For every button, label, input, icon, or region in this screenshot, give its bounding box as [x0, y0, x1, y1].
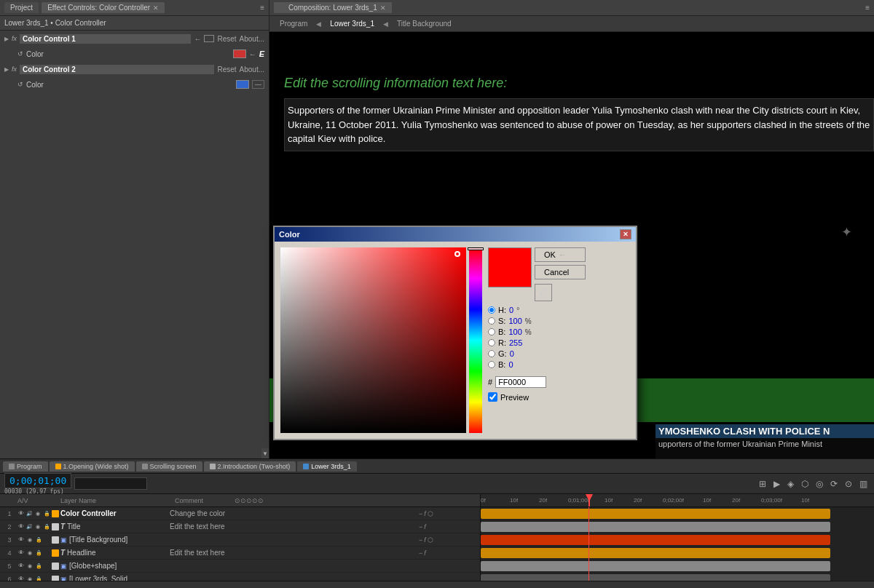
eyedropper-button[interactable]: 🖍	[535, 284, 552, 301]
tab-scrolling[interactable]: Scrolling screen	[136, 461, 202, 472]
tab-label-intro: 2.Introduction (Two-shot)	[218, 463, 291, 470]
hue-value: 0	[509, 306, 513, 314]
lock-icon-5[interactable]: 🔒	[35, 563, 42, 570]
minus-btn[interactable]: —	[252, 80, 264, 89]
effect-controls-scroll[interactable]: ▶ fx Color Control 1 ← Reset About... ↺ …	[0, 31, 269, 458]
hex-input[interactable]	[495, 376, 546, 388]
effect-btn-3[interactable]: f	[424, 536, 426, 544]
solo-btn-4[interactable]: −	[419, 549, 422, 557]
r-radio-row: R: 255	[488, 338, 619, 347]
r-radio[interactable]	[488, 339, 495, 346]
reset-btn-2[interactable]: Reset	[217, 65, 236, 74]
audio-icon-1[interactable]: 🔊	[26, 510, 34, 517]
color-gradient-picker[interactable]	[280, 247, 466, 433]
color-swatch-1[interactable]	[233, 49, 246, 58]
comp-tab-1[interactable]: Composition: Lower 3rds_1 ✕	[274, 2, 392, 13]
effect-controls-panel: Project Effect Controls: Color Controlle…	[0, 0, 269, 458]
expand-icon-2[interactable]: ▶	[4, 66, 9, 73]
audio-icon-2[interactable]: 🔊	[26, 523, 34, 531]
tab-introduction[interactable]: 2.Introduction (Two-shot)	[204, 461, 296, 472]
layer-row-3[interactable]: 3 👁 ◉ 🔒 ▣ [Title Background] − f ⬡	[0, 533, 480, 547]
eye-icon-2[interactable]: 👁	[17, 523, 25, 531]
expand-icon[interactable]: ▶	[4, 36, 9, 42]
tab-dot-scrolling	[142, 464, 148, 469]
preview-checkbox[interactable]	[488, 392, 497, 402]
lock-icon-3[interactable]: 🔒	[35, 536, 42, 544]
tab-lower3rds[interactable]: Lower 3rds_1	[297, 461, 357, 472]
lock-icon-4[interactable]: 🔒	[35, 549, 42, 557]
toggle-icon-1[interactable]: ◈	[785, 477, 796, 490]
bri-radio[interactable]	[488, 328, 495, 335]
color-swatch-2[interactable]	[236, 80, 249, 89]
about-btn-2[interactable]: About...	[240, 65, 264, 74]
toggle-icon-5[interactable]: ⊙	[843, 477, 854, 490]
cancel-button[interactable]: Cancel	[535, 265, 586, 279]
eye-icon-6[interactable]: 👁	[17, 576, 25, 581]
toggle-icon-4[interactable]: ⟳	[828, 477, 840, 490]
layer-comment-2: Edit the text here	[170, 523, 417, 531]
panel-menu-icon[interactable]: ≡	[260, 4, 264, 12]
effect-controls-tab[interactable]: Effect Controls: Color Controller ✕	[42, 2, 165, 13]
about-btn-1[interactable]: About...	[240, 35, 264, 43]
3d-btn-1[interactable]: ⬡	[428, 510, 433, 517]
solo-btn-3[interactable]: −	[419, 536, 422, 544]
solo-icon-6[interactable]: ◉	[26, 576, 34, 581]
sat-radio-row: S: 100 %	[488, 317, 619, 325]
T-icon-2: T	[60, 523, 65, 531]
layer-row-2[interactable]: 2 👁 🔊 ◉ 🔒 T Title Edit the text here − f	[0, 520, 480, 533]
toggle-icon-2[interactable]: ⬡	[799, 477, 811, 490]
eye-icon-4[interactable]: 👁	[17, 549, 25, 557]
effect-btn-4[interactable]: f	[424, 549, 426, 557]
bottom-scrollbar[interactable]	[0, 581, 874, 588]
color-control-2-label: Color Control 2	[20, 65, 214, 74]
layer-row-5[interactable]: 5 👁 ◉ 🔒 ▣ [Globe+shape]	[0, 560, 480, 573]
effect-btn-2[interactable]: f	[424, 523, 426, 531]
lock-icon-6[interactable]: 🔒	[35, 576, 42, 581]
gradient-dark-overlay	[280, 247, 466, 433]
layer-row-6[interactable]: 6 👁 ◉ 🔒 ▣ [Lower 3rds_Solid_	[0, 573, 480, 581]
comp-nav-program[interactable]: Program	[274, 20, 313, 28]
reset-btn-1[interactable]: Reset	[217, 35, 236, 43]
layer-vis-4: 👁 ◉ 🔒	[17, 549, 50, 557]
lock-icon-2[interactable]: 🔒	[43, 523, 50, 531]
project-tab[interactable]: Project	[4, 2, 39, 13]
dialog-close-button[interactable]: ✕	[620, 229, 631, 239]
layer-row-4[interactable]: 4 👁 ◉ 🔒 T Headline Edit the text here − …	[0, 547, 480, 560]
render-icon[interactable]: ▶	[771, 477, 782, 490]
solo-btn-2[interactable]: −	[419, 523, 422, 531]
solo-icon-2[interactable]: ◉	[35, 523, 42, 531]
sat-radio[interactable]	[488, 317, 495, 325]
solo-icon-5[interactable]: ◉	[26, 563, 34, 570]
comp-nav-titlebg[interactable]: Title Background	[391, 20, 457, 28]
b-radio[interactable]	[488, 361, 495, 368]
solo-btn-1[interactable]: −	[419, 510, 422, 517]
color-hue-bar[interactable]	[469, 247, 482, 433]
ok-button[interactable]: OK ←	[535, 247, 586, 262]
toggle-icon-6[interactable]: ▥	[857, 477, 870, 490]
g-radio[interactable]	[488, 350, 495, 357]
solo-icon-4[interactable]: ◉	[26, 549, 34, 557]
search-input[interactable]	[74, 477, 147, 490]
eye-icon-1[interactable]: 👁	[17, 510, 25, 517]
solo-icon-3[interactable]: ◉	[26, 536, 34, 544]
layer-row-1[interactable]: 1 👁 🔊 ◉ 🔒 Color Controller Change the co…	[0, 507, 480, 520]
scroll-down-btn[interactable]: ▼	[261, 448, 269, 458]
comp-close-icon[interactable]: ✕	[380, 4, 386, 12]
comp-options-icon[interactable]: ⊞	[757, 477, 768, 490]
lock-icon-1[interactable]: 🔒	[43, 510, 50, 517]
eye-icon-5[interactable]: 👁	[17, 563, 25, 570]
tab-program[interactable]: Program	[3, 461, 48, 472]
3d-btn-3[interactable]: ⬡	[428, 536, 433, 544]
effect-btn-1[interactable]: f	[424, 510, 426, 517]
close-icon[interactable]: ✕	[153, 4, 159, 12]
track-area	[481, 507, 874, 581]
T-icon-4: T	[60, 549, 65, 557]
comp-nav-lower3rds[interactable]: Lower 3rds_1	[324, 20, 380, 28]
eye-icon-3[interactable]: 👁	[17, 536, 25, 544]
comp-menu-icon[interactable]: ≡	[865, 4, 870, 12]
tab-opening[interactable]: 1.Opening (Wide shot)	[50, 461, 135, 472]
hue-radio[interactable]	[488, 306, 495, 314]
time-display[interactable]: 0;00;01;00	[4, 473, 71, 488]
solo-icon-1[interactable]: ◉	[35, 510, 42, 517]
toggle-icon-3[interactable]: ◎	[814, 477, 825, 490]
